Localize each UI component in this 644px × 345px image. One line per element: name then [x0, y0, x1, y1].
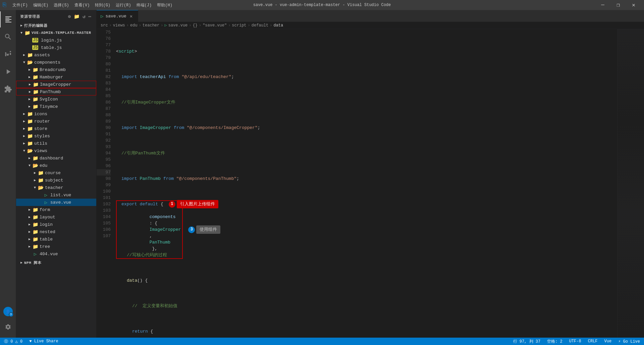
run-debug-icon[interactable] [0, 64, 16, 80]
crumb-savevue2[interactable]: "save.vue" [203, 23, 227, 28]
components-icon: 📂 [27, 60, 33, 65]
code-line-85: // 定义变量和初始值 [116, 303, 617, 309]
folder-store[interactable]: ▶ 📁 store [16, 125, 96, 132]
form-label: form [40, 207, 96, 212]
status-liveshare[interactable]: ♥ Live Share [28, 339, 59, 344]
menu-view[interactable]: 查看(V) [72, 1, 92, 9]
status-eol[interactable]: CRLF [587, 339, 599, 344]
utils-label: utils [34, 141, 96, 146]
folder-svgicon[interactable]: ▶ 📁 SvgIcon [16, 95, 96, 103]
assets-icon: 📁 [27, 52, 33, 58]
code-line-84: data () { [116, 277, 617, 284]
crumb-views[interactable]: views [113, 23, 125, 28]
folder-tree[interactable]: ▶ 📁 tree [16, 243, 96, 250]
menu-help[interactable]: 帮助(H) [155, 1, 174, 9]
crumb-savevue[interactable]: save.vue [168, 23, 188, 28]
crumb-data[interactable]: data [273, 23, 283, 28]
annotation-1-label: 引入图片上传组件 [177, 200, 218, 208]
crumb-teacher[interactable]: teacher [143, 23, 159, 28]
code-line-80: import PanThumb from "@/components/PanTh… [116, 176, 617, 182]
settings-icon[interactable] [0, 319, 16, 335]
subject-icon: 📁 [38, 178, 44, 183]
folder-router[interactable]: ▶ 📁 router [16, 118, 96, 125]
folder-edu[interactable]: ▼ 📂 edu [16, 162, 96, 169]
folder-login[interactable]: ▶ 📁 login [16, 221, 96, 228]
folder-assets[interactable]: ▶ 📁 assets [16, 51, 96, 59]
collapse-icon[interactable]: ⋯ [88, 13, 92, 20]
minimize-button[interactable]: — [595, 0, 610, 10]
minimap[interactable] [617, 29, 644, 338]
explorer-icon[interactable] [0, 11, 16, 27]
menu-select[interactable]: 选择(S) [52, 1, 71, 9]
status-encoding[interactable]: UTF-8 [568, 339, 583, 344]
line-numbers: 75 76 77 78 79 80 81 82 83 84 85 86 87 8… [97, 29, 113, 338]
tinymce-icon: 📁 [32, 104, 38, 110]
tab-save-vue[interactable]: ▷ save.vue ✕ [97, 10, 138, 22]
folder-teacher[interactable]: ▼ 📂 teacher [16, 184, 96, 191]
refresh-icon[interactable]: ↺ [82, 13, 86, 20]
file-save-vue[interactable]: ▷ save.vue [16, 199, 96, 206]
close-button[interactable]: ✕ [626, 0, 641, 10]
menu-terminal[interactable]: 终端(J) [135, 1, 154, 9]
status-spaces[interactable]: 空格: 2 [546, 339, 564, 344]
crumb-braces[interactable]: {} [193, 23, 198, 28]
folder-panthumb[interactable]: ▶ 📁 PanThumb [16, 88, 96, 95]
folder-icons[interactable]: ▶ 📁 icons [16, 110, 96, 118]
source-control-icon[interactable] [0, 46, 16, 62]
folder-utils[interactable]: ▶ 📁 utils [16, 140, 96, 147]
folder-nested[interactable]: ▶ 📁 nested [16, 228, 96, 235]
menu-goto[interactable]: 转到(G) [93, 1, 112, 9]
root-label: VUE-ADMIN-TEMPLATE-MASTER [32, 31, 96, 35]
maximize-button[interactable]: ❐ [610, 0, 626, 10]
menu-edit[interactable]: 编辑(E) [31, 1, 51, 9]
status-golive[interactable]: ⚡ Go Live [617, 339, 641, 344]
folder-dashboard[interactable]: ▶ 📁 dashboard [16, 154, 96, 162]
file-404-vue[interactable]: ▷ 404.vue [16, 250, 96, 258]
file-list-vue[interactable]: ▷ list.vue [16, 191, 96, 199]
folder-tinymce[interactable]: ▶ 📁 Tinymce [16, 103, 96, 110]
tab-close-button[interactable]: ✕ [128, 13, 134, 19]
menu-bar: ⎘ 文件(F) 编辑(E) 选择(S) 查看(V) 转到(G) 运行(R) 终端… [0, 0, 644, 10]
crumb-default[interactable]: default [252, 23, 268, 28]
folder-layout[interactable]: ▶ 📁 layout [16, 213, 96, 221]
assets-arrow: ▶ [21, 53, 27, 57]
code-area[interactable]: <script> import teacherApi from "@/api/e… [113, 29, 617, 338]
breadcrumb-label: Breadcrumb [40, 67, 96, 72]
new-folder-icon[interactable]: 📁 [73, 13, 80, 20]
search-icon[interactable] [0, 29, 16, 45]
menu-file[interactable]: 文件(F) [10, 1, 30, 9]
folder-components[interactable]: ▼ 📂 components [16, 59, 96, 66]
crumb-edu[interactable]: edu [130, 23, 138, 28]
crumb-script[interactable]: script [232, 23, 246, 28]
styles-label: styles [34, 134, 96, 139]
folder-imagecropper[interactable]: ▶ 📁 ImageCropper [16, 81, 96, 88]
file-login-js[interactable]: JS login.js [16, 37, 96, 44]
ln-99: 99 [97, 182, 111, 188]
status-position[interactable]: 行 97, 列 37 [512, 339, 542, 344]
code-line-81: export default { 1 引入图片上传组件 [116, 201, 617, 207]
folder-breadcrumb[interactable]: ▶ 📁 Breadcrumb [16, 66, 96, 73]
new-file-icon[interactable]: ⊕ [67, 13, 72, 20]
menu-run[interactable]: 运行(R) [114, 1, 133, 9]
account-icon[interactable]: 👤 3 [3, 307, 13, 316]
folder-course[interactable]: ▶ 📁 course [16, 169, 96, 177]
views-arrow: ▼ [21, 149, 27, 153]
folder-table[interactable]: ▶ 📁 table [16, 235, 96, 243]
subject-arrow: ▶ [32, 178, 38, 182]
folder-hamburger[interactable]: ▶ 📁 Hamburger [16, 73, 96, 81]
crumb-src[interactable]: src [101, 23, 108, 28]
sidebar-content[interactable]: ▶ 打开的编辑器 ▼ 📁 VUE-ADMIN-TEMPLATE-MASTER J… [16, 22, 96, 338]
npm-scripts-header[interactable]: ▶ NPM 脚本 [16, 259, 96, 266]
folder-styles[interactable]: ▶ 📁 styles [16, 132, 96, 140]
status-language[interactable]: Vue [603, 339, 613, 344]
folder-subject[interactable]: ▶ 📁 subject [16, 177, 96, 184]
status-errors[interactable]: ⓪ 0 △ 0 [3, 339, 24, 344]
file-table-js[interactable]: JS table.js [16, 44, 96, 51]
folder-views[interactable]: ▼ 📂 views [16, 147, 96, 154]
breadcrumb: src › views › edu › teacher › ▷ save.vue… [97, 22, 644, 29]
root-folder[interactable]: ▼ 📁 VUE-ADMIN-TEMPLATE-MASTER [16, 29, 96, 37]
store-label: store [34, 126, 96, 131]
folder-form[interactable]: ▶ 📁 form [16, 206, 96, 213]
open-editors-header[interactable]: ▶ 打开的编辑器 [16, 22, 96, 29]
extensions-icon[interactable] [0, 81, 16, 97]
